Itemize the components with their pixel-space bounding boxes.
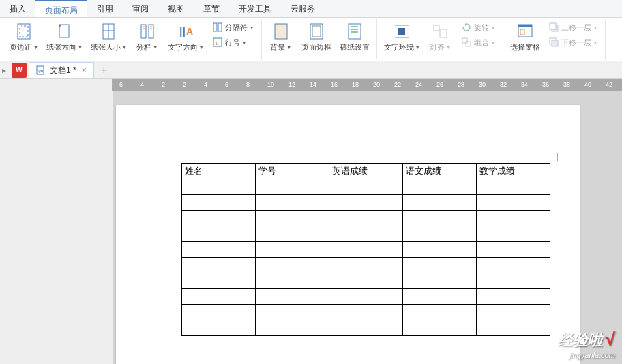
collapse-panel-icon[interactable]: ▸: [0, 65, 10, 75]
table-row[interactable]: [182, 211, 550, 226]
table-cell[interactable]: [477, 179, 550, 195]
page[interactable]: 姓名学号英语成绩语文成绩数学成绩: [116, 105, 580, 364]
close-icon[interactable]: ×: [80, 65, 88, 75]
table-cell[interactable]: [182, 179, 256, 195]
columns-button[interactable]: 分栏▼: [132, 20, 162, 54]
table-cell[interactable]: [256, 242, 329, 258]
tab-chapter[interactable]: 章节: [194, 0, 229, 17]
table-cell[interactable]: [403, 273, 477, 289]
draft-button[interactable]: 稿纸设置: [337, 20, 372, 54]
document-table[interactable]: 姓名学号英语成绩语文成绩数学成绩: [181, 163, 550, 336]
table-cell[interactable]: [182, 258, 256, 273]
table-header-row[interactable]: 姓名学号英语成绩语文成绩数学成绩: [182, 164, 550, 179]
text-wrap-button[interactable]: 文字环绕▼: [381, 20, 423, 54]
table-cell[interactable]: [256, 179, 329, 195]
tab-page-layout[interactable]: 页面布局: [35, 0, 87, 17]
table-cell[interactable]: [403, 211, 477, 226]
table-cell[interactable]: [182, 226, 256, 242]
table-cell[interactable]: [256, 211, 329, 226]
selection-pane-button[interactable]: 选择窗格: [507, 20, 543, 54]
table-cell[interactable]: [403, 179, 477, 195]
table-header-cell[interactable]: 数学成绩: [477, 164, 550, 179]
table-cell[interactable]: [477, 289, 550, 305]
table-row[interactable]: [182, 273, 550, 289]
table-cell[interactable]: [182, 195, 256, 211]
table-cell[interactable]: [182, 211, 256, 226]
background-button[interactable]: 背景▼: [266, 20, 296, 54]
table-row[interactable]: [182, 179, 550, 195]
table-cell[interactable]: [329, 179, 403, 195]
table-cell[interactable]: [182, 320, 256, 336]
line-numbers-button[interactable]: 1 行号▼: [209, 35, 257, 49]
table-header-cell[interactable]: 英语成绩: [329, 164, 403, 179]
wps-logo-icon[interactable]: W: [12, 63, 27, 78]
tab-cloud[interactable]: 云服务: [281, 0, 325, 17]
table-cell[interactable]: [477, 258, 550, 273]
table-cell[interactable]: [403, 258, 477, 273]
orientation-button[interactable]: 纸张方向▼: [44, 20, 85, 54]
tab-view[interactable]: 视图: [158, 0, 194, 17]
table-cell[interactable]: [477, 305, 550, 320]
table-cell[interactable]: [403, 195, 477, 211]
table-cell[interactable]: [477, 211, 550, 226]
align-button[interactable]: 对齐▼: [426, 20, 456, 54]
group-button[interactable]: 组合▼: [458, 35, 499, 49]
table-cell[interactable]: [182, 273, 256, 289]
table-cell[interactable]: [329, 305, 403, 320]
table-cell[interactable]: [329, 242, 403, 258]
table-row[interactable]: [182, 242, 550, 258]
table-cell[interactable]: [256, 258, 329, 273]
table-cell[interactable]: [256, 226, 329, 242]
table-cell[interactable]: [256, 305, 329, 320]
table-cell[interactable]: [182, 242, 256, 258]
table-cell[interactable]: [329, 320, 403, 336]
table-cell[interactable]: [256, 289, 329, 305]
table-header-cell[interactable]: 学号: [256, 164, 329, 179]
tab-review[interactable]: 审阅: [123, 0, 158, 17]
add-tab-button[interactable]: +: [94, 64, 114, 76]
table-cell[interactable]: [256, 320, 329, 336]
table-cell[interactable]: [403, 320, 477, 336]
table-cell[interactable]: [329, 289, 403, 305]
document-tab[interactable]: W 文档1 * ×: [29, 62, 94, 78]
send-backward-button[interactable]: 下移一层▼: [546, 35, 601, 49]
table-cell[interactable]: [329, 211, 403, 226]
table-row[interactable]: [182, 289, 550, 305]
table-cell[interactable]: [256, 273, 329, 289]
horizontal-ruler[interactable]: 6422468101214161820222426283032343638404…: [0, 79, 622, 91]
breaks-button[interactable]: 分隔符▼: [209, 20, 257, 34]
table-row[interactable]: [182, 226, 550, 242]
table-cell[interactable]: [477, 226, 550, 242]
table-cell[interactable]: [403, 242, 477, 258]
table-cell[interactable]: [403, 305, 477, 320]
table-cell[interactable]: [329, 226, 403, 242]
table-row[interactable]: [182, 320, 550, 336]
table-cell[interactable]: [477, 320, 550, 336]
margins-button[interactable]: 页边距▼: [7, 20, 41, 54]
table-cell[interactable]: [477, 242, 550, 258]
table-cell[interactable]: [329, 258, 403, 273]
tab-insert[interactable]: 插入: [0, 0, 35, 17]
table-cell[interactable]: [182, 305, 256, 320]
table-cell[interactable]: [477, 273, 550, 289]
table-cell[interactable]: [256, 195, 329, 211]
table-row[interactable]: [182, 195, 550, 211]
tab-dev-tools[interactable]: 开发工具: [229, 0, 281, 17]
table-cell[interactable]: [477, 195, 550, 211]
text-direction-button[interactable]: ||A 文字方向▼: [165, 20, 207, 54]
table-header-cell[interactable]: 语文成绩: [403, 164, 477, 179]
rotate-button[interactable]: 旋转▼: [458, 20, 499, 34]
bring-forward-button[interactable]: 上移一层▼: [546, 20, 601, 34]
size-button[interactable]: 纸张大小▼: [88, 20, 130, 54]
table-row[interactable]: [182, 305, 550, 320]
page-borders-button[interactable]: 页面边框: [299, 20, 334, 54]
table-row[interactable]: [182, 258, 550, 273]
table-cell[interactable]: [329, 195, 403, 211]
page-area[interactable]: 姓名学号英语成绩语文成绩数学成绩: [113, 91, 622, 364]
table-cell[interactable]: [403, 289, 477, 305]
table-header-cell[interactable]: 姓名: [182, 164, 256, 179]
table-cell[interactable]: [182, 289, 256, 305]
table-cell[interactable]: [403, 226, 477, 242]
table-cell[interactable]: [329, 273, 403, 289]
tab-references[interactable]: 引用: [87, 0, 123, 17]
